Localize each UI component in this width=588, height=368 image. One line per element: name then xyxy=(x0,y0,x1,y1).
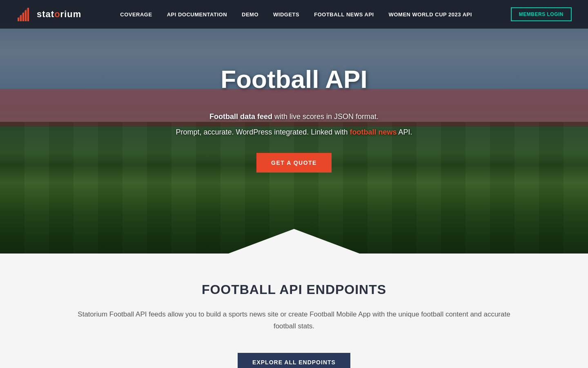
hero-section: Football API Football data feed with liv… xyxy=(0,0,588,254)
navbar: statorium COVERAGE API DOCUMENTATION DEM… xyxy=(0,0,588,29)
logo-icon xyxy=(16,6,33,22)
members-login-button[interactable]: MEMBERS LOGIN xyxy=(511,7,572,21)
hero-subtitle: Football data feed with live scores in J… xyxy=(176,110,412,123)
nav-widgets[interactable]: WIDGETS xyxy=(273,11,299,18)
nav-demo[interactable]: DEMO xyxy=(242,11,258,18)
hero-wave xyxy=(0,221,588,254)
svg-marker-7 xyxy=(229,229,359,254)
endpoints-description: Statorium Football API feeds allow you t… xyxy=(78,309,510,332)
football-news-link[interactable]: football news xyxy=(350,128,396,136)
get-quote-button[interactable]: GET A QUOTE xyxy=(256,153,332,173)
explore-endpoints-button[interactable]: EXPLORE ALL ENDPOINTS xyxy=(238,353,350,368)
nav-women-world-cup[interactable]: WOMEN WORLD CUP 2023 API xyxy=(389,11,472,18)
endpoints-title: FOOTBALL API ENDPOINTS xyxy=(16,282,572,297)
logo-text: statorium xyxy=(37,9,81,20)
endpoints-section: FOOTBALL API ENDPOINTS Statorium Footbal… xyxy=(0,254,588,368)
nav-api-docs[interactable]: API DOCUMENTATION xyxy=(167,11,227,18)
logo[interactable]: statorium xyxy=(16,6,81,22)
hero-subtitle-2: Prompt, accurate. WordPress integrated. … xyxy=(176,128,412,137)
hero-title: Football API xyxy=(176,65,412,94)
nav-coverage[interactable]: COVERAGE xyxy=(120,11,152,18)
hero-content: Football API Football data feed with liv… xyxy=(168,65,421,173)
svg-marker-5 xyxy=(18,8,29,21)
nav-football-news[interactable]: FOOTBALL NEWS API xyxy=(314,11,374,18)
nav-links: COVERAGE API DOCUMENTATION DEMO WIDGETS … xyxy=(120,11,472,18)
